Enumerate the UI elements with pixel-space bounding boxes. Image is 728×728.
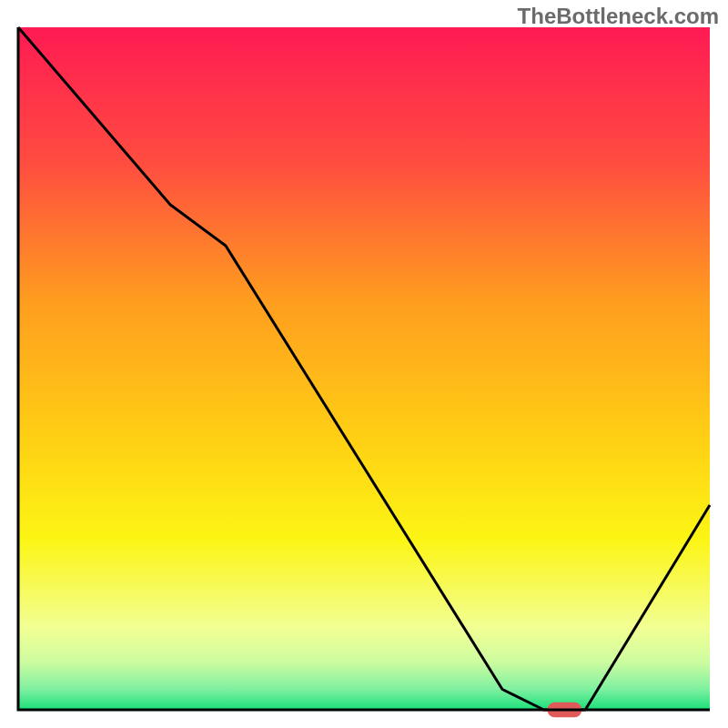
chart-container: TheBottleneck.com xyxy=(0,0,728,728)
watermark-text: TheBottleneck.com xyxy=(518,4,719,29)
gradient-background xyxy=(18,27,710,710)
bottleneck-chart xyxy=(0,0,728,728)
